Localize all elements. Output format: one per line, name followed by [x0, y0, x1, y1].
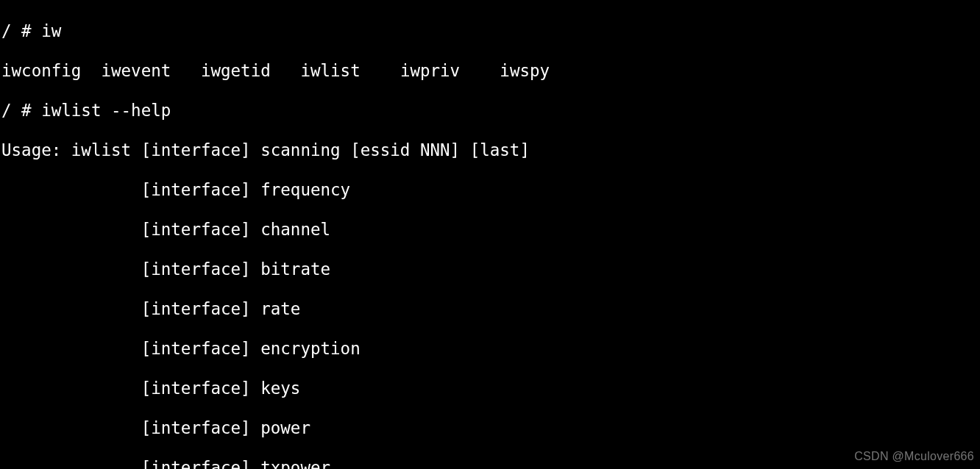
completion-item: iwpriv [400, 61, 460, 80]
usage-line: [interface] txpower [1, 458, 980, 469]
completion-item: iwlist [300, 61, 360, 80]
usage-line: [interface] keys [1, 379, 980, 398]
completion-list: iwconfig iwevent iwgetid iwlist iwpriv i… [1, 61, 980, 81]
prompt: / # [1, 101, 41, 120]
prompt: / # [1, 21, 41, 40]
completion-item: iwevent [101, 61, 171, 80]
usage-line: [interface] encryption [1, 339, 980, 359]
usage-line: [interface] channel [1, 220, 980, 240]
usage-line: Usage: iwlist [interface] scanning [essi… [1, 140, 980, 160]
watermark-text: CSDN @Mculover666 [854, 446, 974, 466]
completion-item: iwconfig [1, 61, 81, 80]
command-text: iw [41, 21, 61, 40]
usage-line: [interface] bitrate [1, 259, 980, 279]
completion-item: iwgetid [201, 61, 271, 80]
usage-line: [interface] rate [1, 299, 980, 319]
completion-item: iwspy [500, 61, 550, 80]
terminal-output[interactable]: / # iw iwconfig iwevent iwgetid iwlist i… [0, 0, 980, 469]
usage-line: [interface] power [1, 418, 980, 438]
command-text: iwlist --help [41, 101, 171, 120]
usage-line: [interface] frequency [1, 180, 980, 200]
